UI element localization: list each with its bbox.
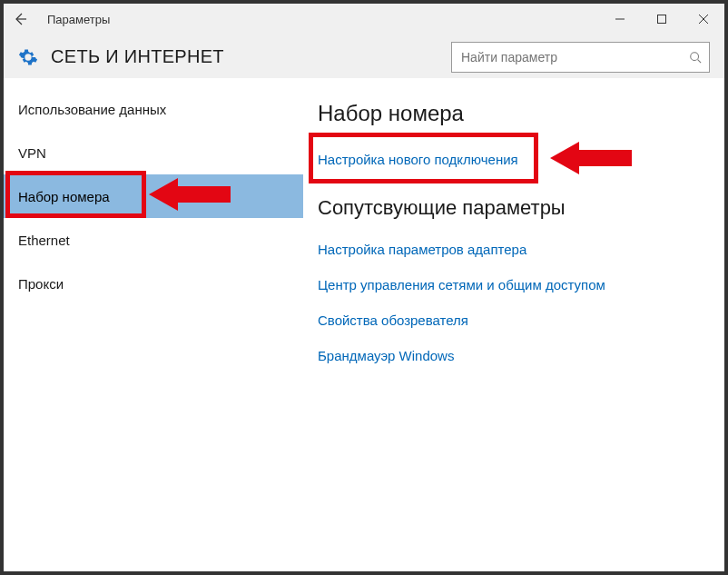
back-button[interactable]: [4, 4, 36, 35]
related-heading: Сопутсвующие параметры: [318, 196, 710, 220]
link-network-sharing-center[interactable]: Центр управления сетями и общим доступом: [318, 277, 710, 292]
svg-rect-0: [658, 15, 666, 24]
link-internet-options[interactable]: Свойства обозревателя: [318, 312, 710, 328]
settings-window: Параметры СЕТЬ И ИНТЕРНЕТ Использо: [0, 0, 728, 575]
search-icon: [682, 51, 709, 64]
close-button[interactable]: [683, 4, 724, 35]
window-title: Параметры: [47, 13, 110, 26]
sidebar-item-label: Ethernet: [18, 233, 70, 248]
sidebar-item-label: Набор номера: [18, 189, 110, 204]
close-icon: [698, 14, 709, 25]
maximize-icon: [656, 14, 667, 25]
window-controls: [599, 4, 724, 35]
sidebar-item-label: VPN: [18, 145, 46, 161]
sidebar-item-ethernet[interactable]: Ethernet: [4, 218, 303, 262]
header: СЕТЬ И ИНТЕРНЕТ: [4, 35, 724, 78]
sidebar-item-dialup[interactable]: Набор номера: [4, 174, 303, 218]
sidebar: Использование данных VPN Набор номера Et…: [4, 78, 303, 571]
sidebar-item-proxy[interactable]: Прокси: [4, 262, 303, 305]
link-adapter-settings[interactable]: Настройка параметров адаптера: [318, 242, 710, 257]
sidebar-item-label: Использование данных: [18, 102, 166, 117]
header-title: СЕТЬ И ИНТЕРНЕТ: [51, 46, 224, 67]
content-panel: Набор номера Настройка нового подключени…: [303, 78, 724, 571]
link-windows-firewall[interactable]: Брандмауэр Windows: [318, 348, 710, 363]
svg-point-1: [691, 53, 699, 61]
sidebar-item-label: Прокси: [18, 276, 64, 292]
body: Использование данных VPN Набор номера Et…: [4, 78, 724, 571]
sidebar-item-data-usage[interactable]: Использование данных: [4, 87, 303, 131]
gear-icon: [18, 47, 36, 65]
maximize-button[interactable]: [641, 4, 683, 35]
section-heading: Набор номера: [318, 101, 710, 126]
search-box[interactable]: [451, 42, 710, 73]
sidebar-item-vpn[interactable]: VPN: [4, 131, 303, 174]
minimize-button[interactable]: [599, 4, 641, 35]
link-new-connection[interactable]: Настройка нового подключения: [318, 152, 710, 167]
search-input[interactable]: [452, 50, 682, 64]
back-arrow-icon: [13, 12, 27, 26]
titlebar: Параметры: [4, 4, 724, 35]
minimize-icon: [615, 14, 625, 25]
